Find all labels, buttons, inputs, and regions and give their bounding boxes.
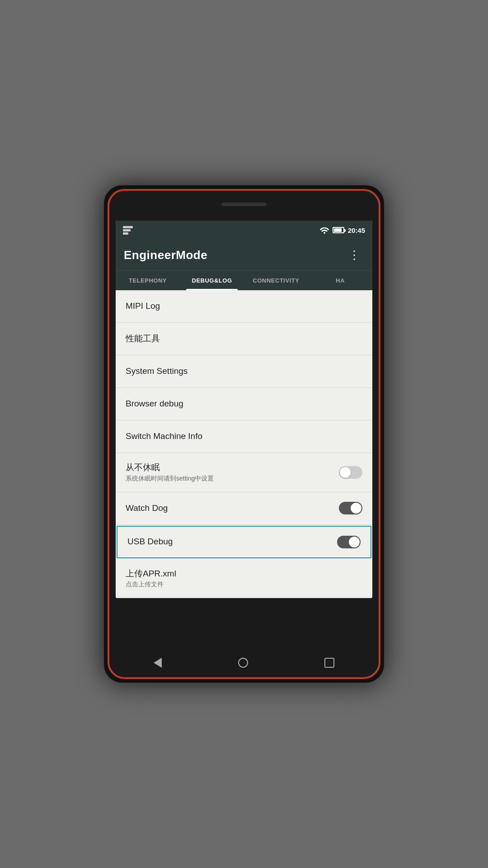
never-sleep-toggle[interactable]: [339, 466, 362, 479]
usb-debug-toggle-knob: [349, 537, 360, 547]
list-item-browser-debug-text: Browser debug: [126, 398, 362, 410]
app-header: EngineerMode ⋮: [116, 240, 372, 270]
more-menu-button[interactable]: ⋮: [345, 246, 364, 264]
list-item-system-settings[interactable]: System Settings: [116, 355, 372, 388]
tab-ha[interactable]: HA: [308, 271, 372, 290]
home-button[interactable]: [238, 658, 248, 668]
status-left: [123, 226, 133, 234]
phone-device: 20:45 EngineerMode ⋮ TELEPHONY DEBUG&LOG…: [104, 185, 384, 683]
nav-bar: [116, 646, 372, 679]
list-container: MIPI Log 性能工具 System Settings Browser de…: [116, 290, 372, 598]
list-item-system-settings-text: System Settings: [126, 366, 362, 377]
list-item-watch-dog-title: Watch Dog: [126, 503, 333, 514]
usb-debug-toggle[interactable]: [337, 536, 361, 548]
list-item-mipi-log-text: MIPI Log: [126, 301, 362, 312]
list-item-upload-apr[interactable]: 上传APR.xml 点击上传文件: [116, 559, 372, 599]
list-item-browser-debug-title: Browser debug: [126, 398, 362, 410]
list-item-mipi-log-title: MIPI Log: [126, 301, 362, 312]
tab-telephony[interactable]: TELEPHONY: [116, 271, 180, 290]
list-item-usb-debug-text: USB Debug: [127, 536, 332, 547]
list-item-never-sleep[interactable]: 从不休眠 系统休眠时间请到setting中设置: [116, 453, 372, 492]
list-item-browser-debug[interactable]: Browser debug: [116, 388, 372, 420]
app-title: EngineerMode: [124, 248, 207, 262]
tab-debuglog[interactable]: DEBUG&LOG: [180, 271, 244, 290]
list-item-mipi-log[interactable]: MIPI Log: [116, 290, 372, 323]
list-item-never-sleep-text: 从不休眠 系统休眠时间请到setting中设置: [126, 462, 333, 483]
back-button[interactable]: [154, 658, 162, 668]
battery-icon: [333, 227, 344, 233]
list-item-switch-machine-info-text: Switch Machine Info: [126, 431, 362, 442]
tab-connectivity[interactable]: CONNECTIVITY: [244, 271, 308, 290]
list-item-perf-tool-text: 性能工具: [126, 333, 362, 344]
phone-speaker: [221, 203, 267, 206]
status-time: 20:45: [348, 226, 365, 234]
list-item-perf-tool-title: 性能工具: [126, 333, 362, 344]
list-item-watch-dog[interactable]: Watch Dog: [116, 492, 372, 525]
notification-icon: [123, 226, 133, 234]
list-item-upload-apr-text: 上传APR.xml 点击上传文件: [126, 568, 362, 589]
list-item-usb-debug-title: USB Debug: [127, 536, 332, 547]
phone-screen: 20:45 EngineerMode ⋮ TELEPHONY DEBUG&LOG…: [116, 221, 372, 598]
list-item-system-settings-title: System Settings: [126, 366, 362, 377]
list-item-perf-tool[interactable]: 性能工具: [116, 323, 372, 355]
list-item-usb-debug[interactable]: USB Debug: [117, 526, 371, 558]
watch-dog-toggle-knob: [351, 503, 361, 514]
never-sleep-toggle-knob: [340, 467, 351, 478]
status-right: 20:45: [320, 226, 365, 234]
tabs-bar: TELEPHONY DEBUG&LOG CONNECTIVITY HA: [116, 270, 372, 290]
list-item-never-sleep-title: 从不休眠: [126, 462, 333, 473]
watch-dog-toggle[interactable]: [339, 502, 362, 514]
list-item-never-sleep-subtitle: 系统休眠时间请到setting中设置: [126, 475, 333, 483]
wifi-icon: [320, 226, 329, 234]
list-item-watch-dog-text: Watch Dog: [126, 503, 333, 514]
list-item-switch-machine-info[interactable]: Switch Machine Info: [116, 420, 372, 453]
list-item-switch-machine-info-title: Switch Machine Info: [126, 431, 362, 442]
status-bar: 20:45: [116, 221, 372, 240]
list-item-upload-apr-title: 上传APR.xml: [126, 568, 362, 580]
recents-button[interactable]: [324, 658, 334, 668]
list-item-upload-apr-subtitle: 点击上传文件: [126, 580, 362, 589]
